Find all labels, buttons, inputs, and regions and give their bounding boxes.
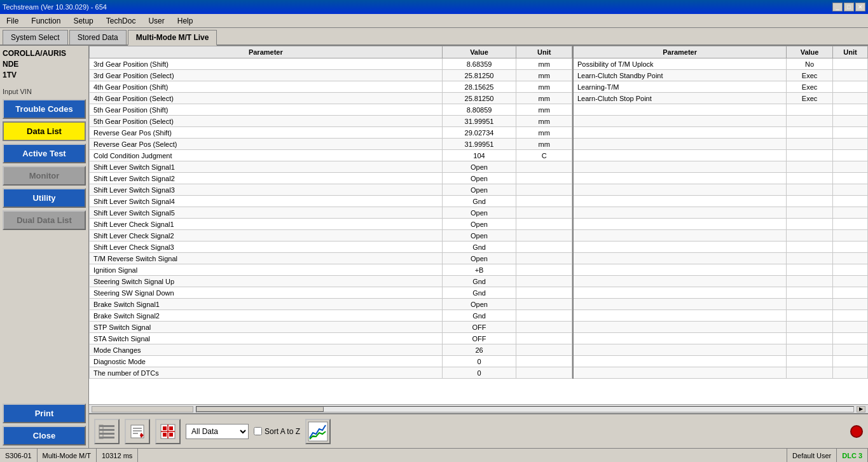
left-param-cell: Reverse Gear Pos (Shift) xyxy=(90,127,443,139)
svg-rect-2 xyxy=(99,433,114,435)
status-mode: Multi-Mode M/T xyxy=(38,449,97,462)
right-unit-cell xyxy=(832,344,867,356)
record-button[interactable] xyxy=(850,425,863,438)
close-button[interactable]: Close xyxy=(3,426,86,445)
right-unit-cell xyxy=(832,173,867,184)
left-value-cell: Gnd xyxy=(442,241,516,253)
left-value-cell: 29.02734 xyxy=(442,127,516,139)
left-param-cell: 3rd Gear Position (Select) xyxy=(90,70,443,81)
svg-rect-12 xyxy=(169,426,173,430)
status-user: Default User xyxy=(787,449,837,462)
two-col-table: Parameter Value Unit 3rd Gear Position (… xyxy=(89,46,868,379)
active-test-button[interactable]: Active Test xyxy=(3,144,86,163)
right-value-cell xyxy=(787,322,833,333)
right-value-cell xyxy=(787,116,833,127)
right-unit-cell xyxy=(832,276,867,287)
right-param-header: Parameter xyxy=(573,46,787,58)
right-param-cell xyxy=(573,139,787,150)
right-unit-cell xyxy=(832,219,867,230)
menu-function[interactable]: Function xyxy=(27,15,64,27)
edit-button[interactable] xyxy=(125,419,150,444)
right-unit-cell xyxy=(832,70,867,81)
right-param-cell xyxy=(573,356,787,367)
right-param-cell xyxy=(573,322,787,333)
status-time: 10312 ms xyxy=(97,449,138,462)
right-unit-cell xyxy=(832,241,867,253)
titlebar-controls: _ □ ✕ xyxy=(832,3,865,11)
main-layout: COROLLA/AURIS NDE 1TV Input VIN Trouble … xyxy=(0,46,868,448)
list-view-button[interactable] xyxy=(94,419,120,444)
right-unit-cell xyxy=(832,299,867,310)
right-table-row xyxy=(573,276,868,287)
right-unit-header: Unit xyxy=(832,46,867,58)
maximize-button[interactable]: □ xyxy=(844,3,854,11)
sort-checkbox[interactable] xyxy=(254,427,262,435)
left-unit-cell xyxy=(516,196,572,207)
left-value-cell: Open xyxy=(442,230,516,241)
dual-data-list-button[interactable]: Dual Data List xyxy=(3,210,86,230)
right-table-row: Learning-T/M Exec xyxy=(573,81,868,93)
horizontal-scrollbar[interactable]: ▶ xyxy=(89,404,868,413)
left-table-row: Brake Switch Signal2 Gnd xyxy=(90,310,572,322)
right-table-row xyxy=(573,264,868,276)
tabbar: System Select Stored Data Multi-Mode M/T… xyxy=(0,28,868,46)
left-table-row: Steering Switch Signal Up Gnd xyxy=(90,276,572,287)
bottom-toolbar: All Data Current Data Snapshot Sort A to… xyxy=(89,413,868,448)
print-button[interactable]: Print xyxy=(3,404,86,423)
right-table-row xyxy=(573,299,868,310)
trouble-codes-button[interactable]: Trouble Codes xyxy=(3,99,86,119)
right-param-cell xyxy=(573,116,787,127)
right-table-row: Possibility of T/M Uplock No xyxy=(573,58,868,70)
left-param-cell: Mode Changes xyxy=(90,344,443,356)
minimize-button[interactable]: _ xyxy=(832,3,843,11)
data-list-button[interactable]: Data List xyxy=(3,121,86,141)
left-param-cell: Shift Lever Check Signal1 xyxy=(90,219,443,230)
menu-techdoc[interactable]: TechDoc xyxy=(102,15,140,27)
right-value-cell xyxy=(787,253,833,264)
left-value-cell: 0 xyxy=(442,367,516,379)
menu-setup[interactable]: Setup xyxy=(69,15,97,27)
tab-system-select[interactable]: System Select xyxy=(3,30,68,44)
graph-button[interactable] xyxy=(305,419,331,444)
right-param-cell xyxy=(573,127,787,139)
left-param-cell: Diagnostic Mode xyxy=(90,356,443,367)
right-param-cell xyxy=(573,299,787,310)
right-table-row xyxy=(573,333,868,344)
content-area: Parameter Value Unit 3rd Gear Position (… xyxy=(89,46,868,448)
data-table-wrapper[interactable]: Parameter Value Unit 3rd Gear Position (… xyxy=(89,46,868,404)
menu-help[interactable]: Help xyxy=(174,15,197,27)
left-param-cell: Cold Condition Judgment xyxy=(90,150,443,161)
right-param-cell xyxy=(573,173,787,184)
utility-button[interactable]: Utility xyxy=(3,188,86,208)
left-param-cell: Steering SW Signal Down xyxy=(90,287,443,299)
right-unit-cell xyxy=(832,333,867,344)
left-value-cell: 31.99951 xyxy=(442,139,516,150)
vehicle-info: COROLLA/AURIS NDE 1TV xyxy=(3,48,86,80)
data-filter-select[interactable]: All Data Current Data Snapshot xyxy=(186,424,249,439)
menu-user[interactable]: User xyxy=(144,15,168,27)
left-unit-cell xyxy=(516,287,572,299)
menu-file[interactable]: File xyxy=(3,15,22,27)
right-param-cell xyxy=(573,241,787,253)
left-value-cell: Open xyxy=(442,219,516,230)
left-value-cell: +B xyxy=(442,264,516,276)
right-table-row xyxy=(573,287,868,299)
right-table-row: Learn-Clutch Stop Point Exec xyxy=(573,93,868,104)
right-table-row: Learn-Clutch Standby Point Exec xyxy=(573,70,868,81)
vehicle-line3: 1TV xyxy=(3,70,86,81)
svg-rect-4 xyxy=(99,425,103,438)
close-button[interactable]: ✕ xyxy=(855,3,865,11)
filter-button[interactable] xyxy=(155,419,181,444)
right-table-row xyxy=(573,310,868,322)
right-value-cell xyxy=(787,161,833,173)
right-value-cell xyxy=(787,196,833,207)
tab-stored-data[interactable]: Stored Data xyxy=(69,30,127,44)
left-unit-cell xyxy=(516,299,572,310)
left-param-cell: Shift Lever Switch Signal1 xyxy=(90,161,443,173)
left-table-row: T/M Reverse Switch Signal Open xyxy=(90,253,572,264)
left-value-cell: 25.81250 xyxy=(442,93,516,104)
monitor-button[interactable]: Monitor xyxy=(3,166,86,186)
left-param-cell: STA Switch Signal xyxy=(90,333,443,344)
right-value-cell xyxy=(787,367,833,379)
tab-multimode[interactable]: Multi-Mode M/T Live xyxy=(128,30,217,46)
